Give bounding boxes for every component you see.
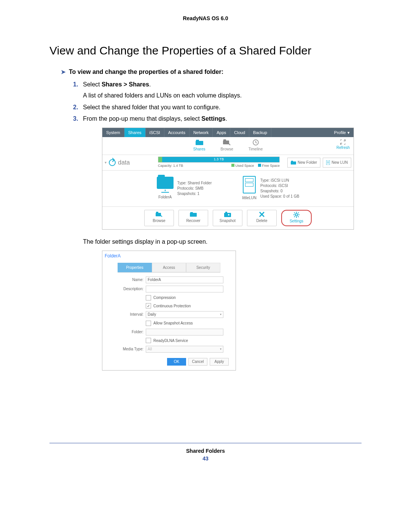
lun-meta-type: Type: iSCSI LUN — [260, 178, 299, 183]
svg-rect-7 — [326, 160, 330, 165]
main-nav: System Shares iSCSI Accounts Network App… — [102, 128, 354, 137]
tab-access[interactable]: Access — [152, 263, 186, 273]
lun-name: littleLUN — [242, 195, 256, 201]
volume-row: ▾ data 1.3 TB Capacity: 1.4 TB — [102, 155, 354, 171]
step-3-bold: Settings — [201, 115, 225, 122]
legend-used-label: Used Space — [236, 164, 254, 168]
compression-checkbox[interactable] — [146, 295, 151, 300]
capacity-text: Capacity: 1.4 TB — [158, 163, 183, 169]
svg-rect-6 — [291, 161, 293, 162]
folder-icon — [291, 161, 296, 165]
capacity-bar-group: 1.3 TB Capacity: 1.4 TB Used Space Free … — [158, 157, 280, 169]
step-3: 3. From the pop-up menu that displays, s… — [73, 114, 362, 371]
svg-rect-15 — [225, 212, 227, 213]
nav-apps[interactable]: Apps — [213, 128, 230, 137]
folder-meta-snapshots: Snapshots: 1 — [177, 191, 212, 197]
svg-rect-0 — [196, 141, 203, 145]
tab-properties[interactable]: Properties — [118, 263, 152, 273]
step-1-text-c: . — [149, 81, 151, 88]
toolbar-browse-label: Browse — [220, 146, 233, 152]
toolbar-refresh[interactable]: Refresh — [336, 139, 350, 151]
nav-network[interactable]: Network — [190, 128, 213, 137]
chevron-down-icon: ▾ — [105, 160, 107, 166]
cancel-button[interactable]: Cancel — [188, 358, 207, 366]
disk-icon — [109, 159, 116, 166]
volume-name-label: data — [118, 158, 130, 168]
shared-folder-icon — [157, 177, 174, 189]
shared-folder-name: FolderA — [158, 194, 172, 200]
step-3-after: The folder settings display in a pop-up … — [83, 237, 362, 247]
svg-point-16 — [228, 214, 229, 216]
svg-rect-12 — [190, 213, 197, 217]
readydlna-checkbox[interactable] — [146, 338, 151, 343]
name-input[interactable]: FolderA — [146, 276, 223, 283]
footer-chapter: Shared Folders — [49, 448, 362, 454]
action-recover[interactable]: Recover — [178, 210, 208, 227]
entities-row: FolderA Type: Shared Folder Protocols: S… — [102, 171, 354, 207]
page-footer: Shared Folders 43 — [49, 443, 362, 462]
tab-security[interactable]: Security — [186, 263, 220, 273]
interval-select[interactable]: Daily — [146, 311, 223, 318]
nav-system[interactable]: System — [102, 128, 124, 137]
clock-icon — [252, 139, 260, 145]
new-folder-button[interactable]: New Folder — [287, 158, 320, 168]
recover-icon — [190, 212, 197, 217]
lun-entity[interactable]: littleLUN Type: iSCSI LUN Protocols: iSC… — [242, 176, 299, 201]
new-lun-button[interactable]: New LUN — [323, 158, 351, 168]
svg-rect-5 — [291, 161, 296, 165]
delete-icon — [258, 212, 265, 217]
svg-rect-11 — [156, 212, 158, 213]
section-title: View and Change the Properties of a Shar… — [49, 44, 362, 57]
step-1-sub: A list of shared folders and LUNs on eac… — [83, 91, 362, 101]
label-interval: Interval: — [102, 312, 146, 318]
action-delete-label: Delete — [256, 218, 268, 224]
svg-point-17 — [295, 214, 298, 216]
new-folder-label: New Folder — [298, 160, 317, 166]
shared-folder-entity[interactable]: FolderA Type: Shared Folder Protocols: S… — [157, 176, 212, 201]
compression-label: Compression — [153, 295, 176, 301]
svg-rect-2 — [223, 141, 229, 144]
nav-iscsi[interactable]: iSCSI — [146, 128, 164, 137]
svg-rect-1 — [196, 140, 199, 141]
nav-profile[interactable]: Profile ▾ — [330, 129, 354, 136]
toolbar-browse[interactable]: Browse — [220, 139, 233, 152]
action-browse[interactable]: Browse — [144, 210, 174, 227]
action-snapshot[interactable]: Snapshot — [213, 210, 242, 227]
capacity-bar-label: 1.3 TB — [158, 157, 279, 162]
toolbar-timeline-label: Timeline — [249, 146, 263, 152]
readydlna-label: ReadyDLNA Service — [153, 338, 188, 344]
capacity-bar: 1.3 TB — [158, 157, 280, 163]
legend-free-swatch — [258, 164, 261, 167]
action-settings[interactable]: Settings — [281, 210, 312, 227]
lun-meta-used: Used Space: 0 of 1 GB — [260, 194, 299, 199]
action-snapshot-label: Snapshot — [220, 218, 236, 224]
volume-name[interactable]: ▾ data — [102, 158, 158, 168]
media-type-select[interactable]: All — [146, 346, 223, 353]
allow-snapshot-checkbox[interactable] — [146, 321, 151, 326]
action-delete[interactable]: Delete — [247, 210, 277, 227]
continuous-protection-checkbox[interactable]: ✓ — [146, 303, 151, 308]
legend-used-swatch — [231, 164, 234, 167]
svg-line-22 — [294, 212, 295, 213]
toolbar-shares[interactable]: Shares — [193, 139, 206, 152]
description-input[interactable] — [146, 286, 223, 292]
svg-rect-14 — [224, 213, 231, 217]
procedure-heading-text: To view and change the properties of a s… — [69, 69, 223, 75]
nav-cloud[interactable]: Cloud — [230, 128, 249, 137]
apply-button[interactable]: Apply — [210, 358, 229, 366]
svg-line-25 — [294, 216, 295, 217]
svg-line-23 — [298, 216, 299, 217]
browse-icon — [223, 139, 231, 145]
label-name: Name: — [102, 277, 146, 283]
folder-input[interactable] — [146, 329, 223, 335]
doc-header: ReadyNAS OS 6.0 — [49, 15, 362, 21]
action-recover-label: Recover — [186, 218, 200, 224]
nav-backup[interactable]: Backup — [249, 128, 271, 137]
toolbar-timeline[interactable]: Timeline — [249, 139, 263, 152]
dialog-tabs: Properties Access Security — [118, 263, 220, 273]
action-browse-label: Browse — [153, 218, 165, 224]
nav-shares[interactable]: Shares — [124, 128, 146, 137]
ok-button[interactable]: OK — [167, 358, 186, 366]
chevron-down-icon: ▾ — [347, 129, 350, 136]
nav-accounts[interactable]: Accounts — [164, 128, 190, 137]
